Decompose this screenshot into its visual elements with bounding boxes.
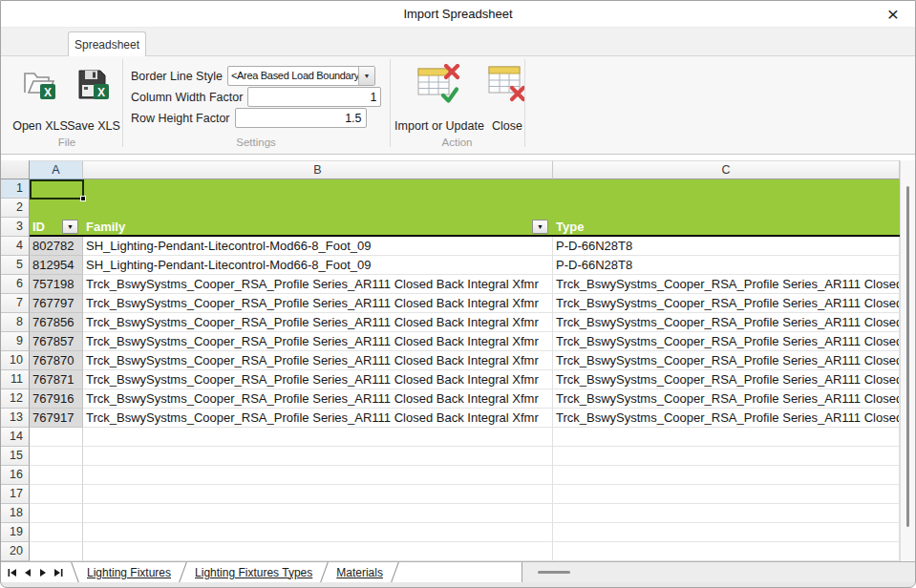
cell-C14[interactable] xyxy=(553,428,900,447)
fill-handle[interactable] xyxy=(80,196,86,201)
horizontal-scrollbar-thumb[interactable] xyxy=(538,571,570,574)
column-header-b[interactable]: B xyxy=(83,160,553,179)
cell-B11[interactable]: Trck_BswySystms_Cooper_RSA_Profile Serie… xyxy=(83,370,553,389)
row-header-2[interactable]: 2 xyxy=(1,199,30,218)
row-height-factor-input[interactable] xyxy=(235,108,367,128)
cell-B1[interactable] xyxy=(83,179,553,199)
cell-B5[interactable]: SH_Lighting-Pendant-Litecontrol-Mod66-8_… xyxy=(83,256,553,275)
filter-dropdown-family-icon[interactable]: ▼ xyxy=(532,220,548,234)
cell-B14[interactable] xyxy=(83,428,553,447)
cell-C15[interactable] xyxy=(553,447,900,466)
sheet-tab-lighting-fixtures[interactable]: Lighting Fixtures xyxy=(77,562,181,582)
row-header-3[interactable]: 3 xyxy=(1,218,30,237)
cell-C8[interactable]: Trck_BswySystms_Cooper_RSA_Profile Serie… xyxy=(553,313,900,332)
close-action-button[interactable]: Close xyxy=(487,60,527,133)
cell-A7[interactable]: 767797 xyxy=(30,294,83,313)
row-header-6[interactable]: 6 xyxy=(1,275,30,294)
cell-C7[interactable]: Trck_BswySystms_Cooper_RSA_Profile Serie… xyxy=(553,294,900,313)
row-header-7[interactable]: 7 xyxy=(1,294,30,313)
chevron-down-icon[interactable]: ▼ xyxy=(358,67,374,85)
row-header-10[interactable]: 10 xyxy=(1,351,30,370)
vertical-scrollbar-thumb[interactable] xyxy=(906,186,909,527)
sheet-tab-materials[interactable]: Materials xyxy=(327,562,393,582)
row-header-18[interactable]: 18 xyxy=(1,504,30,523)
border-line-style-select[interactable]: <Area Based Load Boundary> ▼ xyxy=(227,66,375,86)
cell-A2[interactable] xyxy=(30,199,83,218)
row-header-8[interactable]: 8 xyxy=(1,313,30,332)
cell-A13[interactable]: 767917 xyxy=(30,409,83,428)
cell-C11[interactable]: Trck_BswySystms_Cooper_RSA_Profile Serie… xyxy=(553,370,900,389)
filter-dropdown-id-icon[interactable]: ▼ xyxy=(62,220,78,234)
row-header-11[interactable]: 11 xyxy=(1,370,30,389)
cell-B20[interactable] xyxy=(83,542,553,561)
cell-B7[interactable]: Trck_BswySystms_Cooper_RSA_Profile Serie… xyxy=(83,294,553,313)
cell-C16[interactable] xyxy=(553,466,900,485)
nav-first-icon[interactable] xyxy=(7,567,17,578)
nav-previous-icon[interactable] xyxy=(22,567,32,578)
cell-B8[interactable]: Trck_BswySystms_Cooper_RSA_Profile Serie… xyxy=(83,313,553,332)
cell-A14[interactable] xyxy=(30,428,83,447)
cell-C10[interactable]: Trck_BswySystms_Cooper_RSA_Profile Serie… xyxy=(553,351,900,370)
select-all-corner[interactable] xyxy=(1,160,30,179)
row-header-5[interactable]: 5 xyxy=(1,256,30,275)
cell-B13[interactable]: Trck_BswySystms_Cooper_RSA_Profile Serie… xyxy=(83,409,553,428)
cell-B18[interactable] xyxy=(83,504,553,523)
cell-A16[interactable] xyxy=(30,466,83,485)
cell-C12[interactable]: Trck_BswySystms_Cooper_RSA_Profile Serie… xyxy=(553,389,900,409)
cell-C9[interactable]: Trck_BswySystms_Cooper_RSA_Profile Serie… xyxy=(553,332,900,351)
row-header-9[interactable]: 9 xyxy=(1,332,30,351)
row-header-12[interactable]: 12 xyxy=(1,389,30,409)
cell-B12[interactable]: Trck_BswySystms_Cooper_RSA_Profile Serie… xyxy=(83,389,553,409)
cell-C2[interactable] xyxy=(553,199,900,218)
cell-A18[interactable] xyxy=(30,504,83,523)
cell-A6[interactable]: 757198 xyxy=(30,275,83,294)
horizontal-scrollbar[interactable] xyxy=(522,562,915,582)
column-header-a[interactable]: A xyxy=(30,160,83,179)
column-width-factor-input[interactable] xyxy=(247,87,381,107)
nav-next-icon[interactable] xyxy=(37,567,48,578)
row-header-17[interactable]: 17 xyxy=(1,485,30,504)
cell-A20[interactable] xyxy=(30,542,83,561)
close-icon[interactable]: × xyxy=(881,3,905,26)
cell-A12[interactable]: 767916 xyxy=(30,389,83,409)
tab-spreadsheet[interactable]: Spreadsheet xyxy=(68,32,146,56)
column-header-c[interactable]: C xyxy=(553,160,900,179)
cell-C19[interactable] xyxy=(553,523,900,542)
cell-C20[interactable] xyxy=(553,542,900,561)
cell-B15[interactable] xyxy=(83,447,553,466)
cell-C5[interactable]: P-D-66N28T8 xyxy=(553,256,900,275)
cell-B4[interactable]: SH_Lighting-Pendant-Litecontrol-Mod66-8_… xyxy=(83,237,553,256)
row-header-1[interactable]: 1 xyxy=(1,179,30,199)
cell-B19[interactable] xyxy=(83,523,553,542)
cell-A4[interactable]: 802782 xyxy=(30,237,83,256)
row-header-20[interactable]: 20 xyxy=(1,542,30,561)
row-header-15[interactable]: 15 xyxy=(1,447,30,466)
cell-A17[interactable] xyxy=(30,485,83,504)
save-xls-button[interactable]: X Save XLS xyxy=(68,60,119,133)
cell-B2[interactable] xyxy=(83,199,553,218)
import-or-update-button[interactable]: Import or Update xyxy=(393,60,486,133)
cell-B17[interactable] xyxy=(83,485,553,504)
cell-C6[interactable]: Trck_BswySystms_Cooper_RSA_Profile Serie… xyxy=(553,275,900,294)
cell-C18[interactable] xyxy=(553,504,900,523)
sheet-tab-lighting-fixtures-types[interactable]: Lighting Fixtures Types xyxy=(185,562,322,582)
row-header-13[interactable]: 13 xyxy=(1,409,30,428)
cell-C4[interactable]: P-D-66N28T8 xyxy=(553,237,900,256)
cell-A8[interactable]: 767856 xyxy=(30,313,83,332)
cell-C17[interactable] xyxy=(553,485,900,504)
cell-B6[interactable]: Trck_BswySystms_Cooper_RSA_Profile Serie… xyxy=(83,275,553,294)
cell-A10[interactable]: 767870 xyxy=(30,351,83,370)
selected-cell-outline[interactable] xyxy=(30,179,84,200)
row-header-19[interactable]: 19 xyxy=(1,523,30,542)
cell-A15[interactable] xyxy=(30,447,83,466)
vertical-scrollbar[interactable] xyxy=(900,160,915,561)
open-xls-button[interactable]: X Open XLS xyxy=(12,60,68,133)
row-header-16[interactable]: 16 xyxy=(1,466,30,485)
cell-A5[interactable]: 812954 xyxy=(30,256,83,275)
cell-B3[interactable]: Family▼ xyxy=(83,218,553,237)
cell-C3[interactable]: Type xyxy=(553,218,900,237)
cell-C13[interactable]: Trck_BswySystms_Cooper_RSA_Profile Serie… xyxy=(553,409,900,428)
cell-B16[interactable] xyxy=(83,466,553,485)
cell-C1[interactable] xyxy=(553,179,900,199)
nav-last-icon[interactable] xyxy=(53,567,63,578)
